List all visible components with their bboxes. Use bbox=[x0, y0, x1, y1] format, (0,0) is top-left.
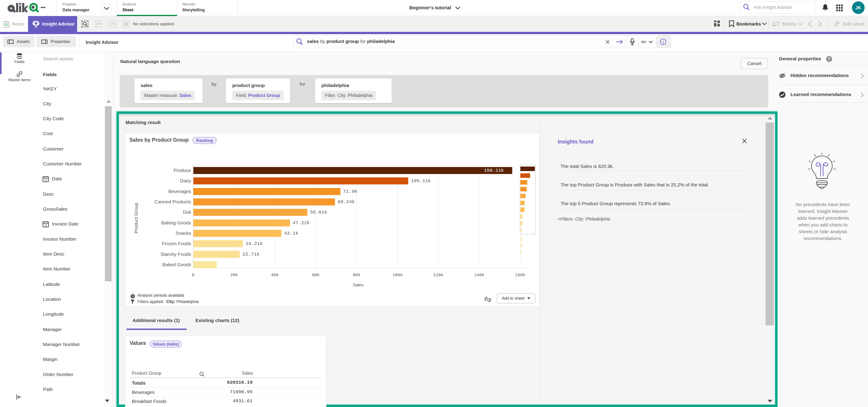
svg-text:12: 12 bbox=[44, 224, 47, 227]
svg-text:?: ? bbox=[828, 57, 831, 61]
svg-text:i: i bbox=[663, 40, 664, 44]
svg-text:12: 12 bbox=[44, 178, 47, 182]
